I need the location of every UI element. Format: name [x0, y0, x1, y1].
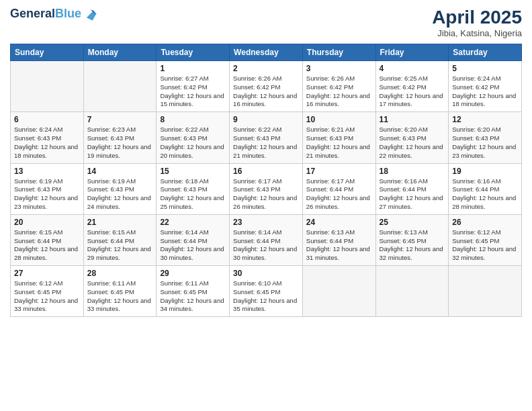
day-number: 19 — [452, 167, 518, 176]
day-number: 15 — [160, 167, 226, 176]
table-row: 21Sunrise: 6:15 AMSunset: 6:44 PMDayligh… — [83, 214, 157, 265]
day-info: Sunrise: 6:13 AMSunset: 6:44 PMDaylight:… — [306, 228, 372, 263]
day-number: 14 — [87, 167, 153, 176]
calendar-week-row: 27Sunrise: 6:12 AMSunset: 6:45 PMDayligh… — [11, 266, 522, 317]
day-number: 11 — [380, 115, 445, 124]
table-row: 13Sunrise: 6:19 AMSunset: 6:43 PMDayligh… — [11, 163, 84, 214]
calendar-week-row: 20Sunrise: 6:15 AMSunset: 6:44 PMDayligh… — [11, 214, 522, 265]
table-row: 3Sunrise: 6:26 AMSunset: 6:42 PMDaylight… — [302, 61, 375, 112]
day-info: Sunrise: 6:18 AMSunset: 6:43 PMDaylight:… — [160, 177, 226, 212]
table-row: 10Sunrise: 6:21 AMSunset: 6:43 PMDayligh… — [302, 112, 375, 163]
day-number: 20 — [14, 218, 80, 227]
day-number: 9 — [233, 115, 299, 124]
day-number: 2 — [233, 64, 299, 73]
day-number: 16 — [233, 167, 299, 176]
table-row: 28Sunrise: 6:11 AMSunset: 6:45 PMDayligh… — [83, 266, 157, 317]
day-info: Sunrise: 6:26 AMSunset: 6:42 PMDaylight:… — [306, 75, 372, 109]
day-number: 3 — [306, 64, 372, 73]
day-number: 24 — [306, 218, 372, 227]
svg-marker-0 — [87, 11, 97, 21]
calendar-week-row: 6Sunrise: 6:24 AMSunset: 6:43 PMDaylight… — [11, 112, 522, 163]
day-info: Sunrise: 6:23 AMSunset: 6:43 PMDaylight:… — [87, 126, 153, 160]
col-tuesday: Tuesday — [157, 44, 230, 61]
col-sunday: Sunday — [11, 44, 84, 61]
day-number: 6 — [14, 115, 80, 124]
day-number: 26 — [452, 218, 518, 227]
logo: GeneralBlue — [10, 7, 97, 21]
day-info: Sunrise: 6:13 AMSunset: 6:45 PMDaylight:… — [380, 228, 445, 263]
day-info: Sunrise: 6:19 AMSunset: 6:43 PMDaylight:… — [87, 177, 153, 212]
day-info: Sunrise: 6:10 AMSunset: 6:45 PMDaylight:… — [233, 279, 299, 314]
day-number: 12 — [452, 115, 518, 124]
day-number: 4 — [380, 64, 445, 73]
table-row: 22Sunrise: 6:14 AMSunset: 6:44 PMDayligh… — [157, 214, 230, 265]
table-row: 14Sunrise: 6:19 AMSunset: 6:43 PMDayligh… — [83, 163, 157, 214]
table-row: 7Sunrise: 6:23 AMSunset: 6:43 PMDaylight… — [83, 112, 157, 163]
day-number: 8 — [160, 115, 226, 124]
day-number: 17 — [306, 167, 372, 176]
day-info: Sunrise: 6:20 AMSunset: 6:43 PMDaylight:… — [380, 126, 445, 160]
table-row: 2Sunrise: 6:26 AMSunset: 6:42 PMDaylight… — [230, 61, 303, 112]
table-row: 29Sunrise: 6:11 AMSunset: 6:45 PMDayligh… — [157, 266, 230, 317]
day-info: Sunrise: 6:22 AMSunset: 6:43 PMDaylight:… — [160, 126, 226, 160]
page: GeneralBlue April 2025 Jibia, Katsina, N… — [0, 0, 532, 411]
day-info: Sunrise: 6:24 AMSunset: 6:42 PMDaylight:… — [452, 75, 518, 109]
day-info: Sunrise: 6:11 AMSunset: 6:45 PMDaylight:… — [160, 279, 226, 314]
day-info: Sunrise: 6:26 AMSunset: 6:42 PMDaylight:… — [233, 75, 299, 109]
col-thursday: Thursday — [302, 44, 375, 61]
table-row: 23Sunrise: 6:14 AMSunset: 6:44 PMDayligh… — [230, 214, 303, 265]
table-row: 26Sunrise: 6:12 AMSunset: 6:45 PMDayligh… — [449, 214, 522, 265]
table-row: 9Sunrise: 6:22 AMSunset: 6:43 PMDaylight… — [230, 112, 303, 163]
table-row: 1Sunrise: 6:27 AMSunset: 6:42 PMDaylight… — [157, 61, 230, 112]
table-row: 6Sunrise: 6:24 AMSunset: 6:43 PMDaylight… — [11, 112, 84, 163]
day-number: 7 — [87, 115, 153, 124]
header: GeneralBlue April 2025 Jibia, Katsina, N… — [10, 7, 522, 38]
table-row: 17Sunrise: 6:17 AMSunset: 6:44 PMDayligh… — [302, 163, 375, 214]
day-info: Sunrise: 6:20 AMSunset: 6:43 PMDaylight:… — [452, 126, 518, 160]
day-number: 29 — [160, 269, 226, 278]
day-info: Sunrise: 6:14 AMSunset: 6:44 PMDaylight:… — [233, 228, 299, 263]
month-title: April 2025 — [432, 7, 522, 28]
day-info: Sunrise: 6:22 AMSunset: 6:43 PMDaylight:… — [233, 126, 299, 160]
calendar-week-row: 1Sunrise: 6:27 AMSunset: 6:42 PMDaylight… — [11, 61, 522, 112]
location: Jibia, Katsina, Nigeria — [432, 28, 522, 38]
table-row: 19Sunrise: 6:16 AMSunset: 6:44 PMDayligh… — [449, 163, 522, 214]
day-number: 30 — [233, 269, 299, 278]
logo-text: GeneralBlue — [10, 7, 81, 21]
table-row: 20Sunrise: 6:15 AMSunset: 6:44 PMDayligh… — [11, 214, 84, 265]
day-info: Sunrise: 6:16 AMSunset: 6:44 PMDaylight:… — [452, 177, 518, 212]
day-number: 18 — [380, 167, 445, 176]
day-number: 22 — [160, 218, 226, 227]
day-info: Sunrise: 6:17 AMSunset: 6:43 PMDaylight:… — [233, 177, 299, 212]
day-info: Sunrise: 6:16 AMSunset: 6:44 PMDaylight:… — [380, 177, 445, 212]
day-info: Sunrise: 6:11 AMSunset: 6:45 PMDaylight:… — [87, 279, 153, 314]
table-row: 27Sunrise: 6:12 AMSunset: 6:45 PMDayligh… — [11, 266, 84, 317]
day-info: Sunrise: 6:17 AMSunset: 6:44 PMDaylight:… — [306, 177, 372, 212]
col-monday: Monday — [83, 44, 157, 61]
day-number: 28 — [87, 269, 153, 278]
title-block: April 2025 Jibia, Katsina, Nigeria — [432, 7, 522, 38]
day-info: Sunrise: 6:12 AMSunset: 6:45 PMDaylight:… — [14, 279, 80, 314]
day-number: 13 — [14, 167, 80, 176]
day-info: Sunrise: 6:27 AMSunset: 6:42 PMDaylight:… — [160, 75, 226, 109]
day-info: Sunrise: 6:15 AMSunset: 6:44 PMDaylight:… — [14, 228, 80, 263]
table-row — [302, 266, 375, 317]
table-row: 18Sunrise: 6:16 AMSunset: 6:44 PMDayligh… — [375, 163, 449, 214]
calendar-week-row: 13Sunrise: 6:19 AMSunset: 6:43 PMDayligh… — [11, 163, 522, 214]
table-row: 11Sunrise: 6:20 AMSunset: 6:43 PMDayligh… — [375, 112, 449, 163]
day-number: 27 — [14, 269, 80, 278]
day-number: 23 — [233, 218, 299, 227]
col-friday: Friday — [375, 44, 449, 61]
calendar-header-row: Sunday Monday Tuesday Wednesday Thursday… — [11, 44, 522, 61]
table-row: 24Sunrise: 6:13 AMSunset: 6:44 PMDayligh… — [302, 214, 375, 265]
day-info: Sunrise: 6:21 AMSunset: 6:43 PMDaylight:… — [306, 126, 372, 160]
day-number: 10 — [306, 115, 372, 124]
day-info: Sunrise: 6:12 AMSunset: 6:45 PMDaylight:… — [452, 228, 518, 263]
day-number: 21 — [87, 218, 153, 227]
table-row: 16Sunrise: 6:17 AMSunset: 6:43 PMDayligh… — [230, 163, 303, 214]
logo-icon — [83, 7, 97, 21]
day-number: 25 — [380, 218, 445, 227]
day-number: 1 — [160, 64, 226, 73]
table-row — [449, 266, 522, 317]
day-info: Sunrise: 6:15 AMSunset: 6:44 PMDaylight:… — [87, 228, 153, 263]
